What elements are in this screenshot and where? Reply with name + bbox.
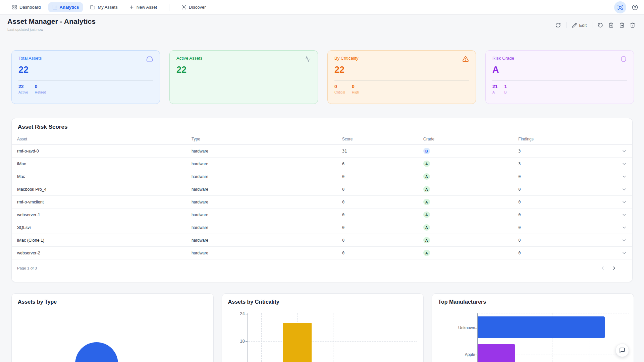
assets-by-type-card: Assets by Type (11, 293, 214, 362)
grade-badge: B (423, 148, 430, 154)
cell-asset: webserver-2 (17, 251, 192, 255)
cell-score: 0 (342, 251, 423, 255)
row-expand-button[interactable] (600, 250, 627, 256)
row-expand-button[interactable] (600, 161, 627, 167)
cell-type: hardware (192, 225, 342, 230)
help-button[interactable] (631, 3, 639, 12)
cell-grade: A (423, 161, 519, 167)
grade-badge: A (423, 250, 430, 256)
export-button[interactable] (619, 22, 625, 28)
row-expand-button[interactable] (600, 212, 627, 218)
manufacturer-bar[interactable] (478, 316, 605, 338)
row-expand-button[interactable] (600, 187, 627, 192)
table-row[interactable]: iMachardware6A3 (12, 158, 632, 170)
chevron-down-icon (622, 238, 627, 243)
stat-card-total-assets: Total Assets2222Active0Retired (11, 50, 160, 104)
cell-findings: 0 (518, 174, 600, 179)
prev-page-button[interactable] (599, 265, 606, 272)
toolbar: Edit (555, 20, 635, 30)
manufacturer-bar[interactable] (478, 344, 515, 362)
substat-value: 0 (35, 84, 46, 89)
top-nav: DashboardAnalyticsMy AssetsNew AssetDisc… (0, 0, 644, 15)
cell-type: hardware (192, 251, 342, 255)
table-row[interactable]: Macbook Pro_4hardware0A0 (12, 183, 632, 196)
toolbar-divider (592, 22, 592, 28)
chat-button[interactable] (615, 344, 629, 357)
cell-asset: SQLsvr (17, 225, 192, 230)
shield-icon (620, 56, 627, 62)
screen-capture-button[interactable] (614, 1, 626, 13)
nav-item-analytics[interactable]: Analytics (48, 2, 83, 12)
substat-label: Active (18, 90, 28, 94)
v-gridline (405, 313, 405, 362)
nav-item-new-asset[interactable]: New Asset (125, 2, 161, 12)
grade-badge: A (423, 212, 430, 218)
refresh-button[interactable] (555, 22, 561, 28)
grade-badge: A (423, 237, 430, 243)
table-row[interactable]: rmf-o-avd-0hardware31B3 (12, 145, 632, 158)
nav-divider (169, 4, 169, 11)
cell-type: hardware (192, 213, 342, 217)
table-row[interactable]: iMac (Clone 1)hardware0A0 (12, 234, 632, 247)
table-row[interactable]: webserver-1hardware0A0 (12, 208, 632, 221)
row-expand-button[interactable] (600, 174, 627, 179)
v-gridline (369, 313, 369, 362)
cell-score: 0 (342, 225, 423, 230)
assets-by-criticality-card: Assets by Criticality 2418 (222, 293, 424, 362)
table-row[interactable]: rmf-o-vmclienthardware0A0 (12, 196, 632, 208)
category-label: Apple (435, 352, 475, 357)
pagination-controls (599, 265, 618, 272)
cell-grade: A (423, 237, 519, 244)
cell-grade: A (423, 250, 519, 256)
delete-button[interactable] (630, 22, 635, 28)
y-tick-label: 24 (225, 311, 245, 316)
pie-slice[interactable] (75, 342, 118, 362)
edit-button[interactable]: Edit (572, 23, 587, 28)
cell-asset: iMac (Clone 1) (17, 238, 192, 243)
stat-card-label: Active Assets (176, 56, 202, 61)
paste-button[interactable] (608, 22, 614, 28)
grade-badge: A (423, 224, 430, 231)
pie-chart[interactable] (12, 294, 213, 362)
cell-findings: 3 (518, 162, 600, 166)
row-expand-button[interactable] (600, 225, 627, 230)
table-footer: Page 1 of 3 (12, 259, 632, 272)
cell-type: hardware (192, 174, 342, 179)
cell-grade: A (423, 186, 519, 193)
v-gridline (261, 313, 262, 362)
row-expand-button[interactable] (600, 148, 627, 154)
column-header-findings: Findings (518, 137, 600, 141)
row-expand-button[interactable] (600, 238, 627, 243)
cell-type: hardware (192, 162, 342, 166)
nav-item-dashboard[interactable]: Dashboard (8, 2, 45, 12)
focus-scan-icon (617, 4, 623, 10)
nav-item-label: Discover (189, 5, 206, 10)
chevron-down-icon (622, 187, 627, 192)
table-row[interactable]: SQLsvrhardware0A0 (12, 221, 632, 234)
criticality-bar[interactable] (283, 323, 312, 362)
row-expand-button[interactable] (600, 199, 627, 205)
cell-type: hardware (192, 149, 342, 154)
table-row[interactable]: Machardware0A0 (12, 170, 632, 183)
nav-item-my-assets[interactable]: My Assets (86, 2, 121, 12)
stat-card-value: 22 (334, 65, 469, 75)
cell-findings: 0 (518, 225, 600, 230)
cell-findings: 0 (518, 213, 600, 217)
h-gridline (477, 313, 629, 313)
column-header-type: Type (192, 137, 342, 141)
nav-item-label: Dashboard (19, 5, 41, 10)
cell-score: 0 (342, 213, 423, 217)
nav-item-label: New Asset (137, 5, 157, 10)
stat-card-value: 22 (18, 65, 153, 75)
criticality-bar-chart[interactable]: 2418 (222, 294, 424, 362)
next-page-button[interactable] (611, 265, 618, 272)
undo-button[interactable] (598, 22, 603, 28)
cell-score: 0 (342, 238, 423, 243)
cell-type: hardware (192, 200, 342, 204)
grade-badge: A (423, 161, 430, 167)
stat-card-divider (18, 80, 153, 81)
manufacturers-bar-chart[interactable]: UnknownApple (432, 294, 634, 362)
cell-score: 0 (342, 174, 423, 179)
table-row[interactable]: webserver-2hardware0A0 (12, 247, 632, 259)
nav-item-discover[interactable]: Discover (177, 2, 210, 12)
